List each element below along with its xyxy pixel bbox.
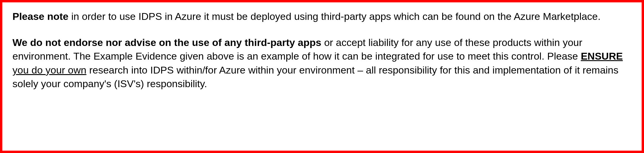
warning-note-box: Please note in order to use IDPS in Azur…: [0, 0, 644, 153]
p2-ensure: ENSURE: [581, 50, 623, 62]
p2-bold-lead: We do not endorse nor advise on the use …: [12, 37, 321, 48]
p2-body-b: research into IDPS within/for Azure with…: [12, 64, 619, 89]
paragraph-1: Please note in order to use IDPS in Azur…: [12, 9, 632, 23]
p1-bold-lead: Please note: [12, 11, 68, 22]
p1-body: in order to use IDPS in Azure it must be…: [68, 11, 600, 22]
p2-underline-rest: you do your own: [12, 64, 87, 76]
paragraph-2: We do not endorse nor advise on the use …: [12, 36, 632, 90]
